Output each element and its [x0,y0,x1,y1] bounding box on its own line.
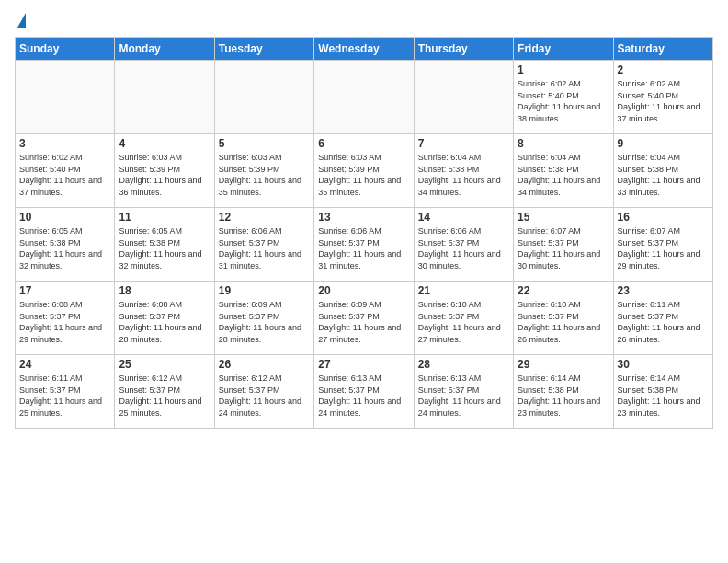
calendar-header-friday: Friday [514,38,613,61]
day-info: Sunrise: 6:03 AM Sunset: 5:39 PM Dayligh… [318,152,409,198]
calendar-day-27: 27Sunrise: 6:13 AM Sunset: 5:37 PM Dayli… [314,355,414,429]
calendar-day-11: 11Sunrise: 6:05 AM Sunset: 5:38 PM Dayli… [115,208,214,282]
day-number: 14 [418,211,509,224]
calendar-week-row: 3Sunrise: 6:02 AM Sunset: 5:40 PM Daylig… [16,134,713,208]
calendar-week-row: 1Sunrise: 6:02 AM Sunset: 5:40 PM Daylig… [16,61,713,134]
day-info: Sunrise: 6:10 AM Sunset: 5:37 PM Dayligh… [418,299,509,345]
day-number: 30 [618,358,709,371]
day-info: Sunrise: 6:04 AM Sunset: 5:38 PM Dayligh… [618,152,709,198]
day-number: 25 [119,358,210,371]
day-info: Sunrise: 6:06 AM Sunset: 5:37 PM Dayligh… [418,225,509,271]
calendar-day-13: 13Sunrise: 6:06 AM Sunset: 5:37 PM Dayli… [314,208,414,282]
calendar-day-19: 19Sunrise: 6:09 AM Sunset: 5:37 PM Dayli… [214,282,313,355]
day-info: Sunrise: 6:07 AM Sunset: 5:37 PM Dayligh… [618,225,709,271]
calendar-day-23: 23Sunrise: 6:11 AM Sunset: 5:37 PM Dayli… [613,282,712,355]
calendar-header-sunday: Sunday [16,38,115,61]
day-number: 19 [219,284,310,297]
day-number: 7 [418,137,509,150]
calendar-day-7: 7Sunrise: 6:04 AM Sunset: 5:38 PM Daylig… [414,134,513,208]
day-info: Sunrise: 6:06 AM Sunset: 5:37 PM Dayligh… [219,225,310,271]
day-number: 4 [119,137,210,150]
day-number: 26 [219,358,310,371]
calendar-header-tuesday: Tuesday [214,38,313,61]
calendar-day-8: 8Sunrise: 6:04 AM Sunset: 5:38 PM Daylig… [514,134,613,208]
day-info: Sunrise: 6:09 AM Sunset: 5:37 PM Dayligh… [318,299,409,345]
calendar-day-10: 10Sunrise: 6:05 AM Sunset: 5:38 PM Dayli… [16,208,115,282]
day-info: Sunrise: 6:11 AM Sunset: 5:37 PM Dayligh… [19,373,110,419]
day-number: 9 [618,137,709,150]
day-number: 23 [618,284,709,297]
calendar-day-18: 18Sunrise: 6:08 AM Sunset: 5:37 PM Dayli… [115,282,214,355]
day-number: 6 [318,137,409,150]
day-number: 27 [318,358,409,371]
day-number: 22 [518,284,609,297]
day-number: 16 [618,211,709,224]
day-number: 21 [418,284,509,297]
day-number: 10 [19,211,110,224]
day-number: 11 [119,211,210,224]
day-info: Sunrise: 6:08 AM Sunset: 5:37 PM Dayligh… [19,299,110,345]
calendar-day-28: 28Sunrise: 6:13 AM Sunset: 5:37 PM Dayli… [414,355,513,429]
calendar-day-16: 16Sunrise: 6:07 AM Sunset: 5:37 PM Dayli… [613,208,712,282]
day-info: Sunrise: 6:06 AM Sunset: 5:37 PM Dayligh… [318,225,409,271]
day-number: 20 [318,284,409,297]
day-number: 13 [318,211,409,224]
calendar-header-row: SundayMondayTuesdayWednesdayThursdayFrid… [16,38,713,61]
day-number: 24 [19,358,110,371]
calendar-day-24: 24Sunrise: 6:11 AM Sunset: 5:37 PM Dayli… [16,355,115,429]
day-number: 1 [518,63,609,76]
day-number: 17 [19,284,110,297]
day-info: Sunrise: 6:14 AM Sunset: 5:38 PM Dayligh… [618,373,709,419]
day-info: Sunrise: 6:11 AM Sunset: 5:37 PM Dayligh… [618,299,709,345]
calendar-day-21: 21Sunrise: 6:10 AM Sunset: 5:37 PM Dayli… [414,282,513,355]
day-info: Sunrise: 6:10 AM Sunset: 5:37 PM Dayligh… [518,299,609,345]
calendar-header-wednesday: Wednesday [314,38,414,61]
day-number: 8 [518,137,609,150]
day-info: Sunrise: 6:03 AM Sunset: 5:39 PM Dayligh… [119,152,210,198]
calendar-day-2: 2Sunrise: 6:02 AM Sunset: 5:40 PM Daylig… [613,61,712,134]
calendar-day-17: 17Sunrise: 6:08 AM Sunset: 5:37 PM Dayli… [16,282,115,355]
day-info: Sunrise: 6:04 AM Sunset: 5:38 PM Dayligh… [518,152,609,198]
day-info: Sunrise: 6:09 AM Sunset: 5:37 PM Dayligh… [219,299,310,345]
day-info: Sunrise: 6:08 AM Sunset: 5:37 PM Dayligh… [119,299,210,345]
day-info: Sunrise: 6:12 AM Sunset: 5:37 PM Dayligh… [219,373,310,419]
day-info: Sunrise: 6:02 AM Sunset: 5:40 PM Dayligh… [19,152,110,198]
calendar-day-22: 22Sunrise: 6:10 AM Sunset: 5:37 PM Dayli… [514,282,613,355]
calendar-week-row: 17Sunrise: 6:08 AM Sunset: 5:37 PM Dayli… [16,282,713,355]
calendar-empty-cell [16,61,115,134]
day-number: 28 [418,358,509,371]
calendar-day-20: 20Sunrise: 6:09 AM Sunset: 5:37 PM Dayli… [314,282,414,355]
day-number: 18 [119,284,210,297]
calendar-day-4: 4Sunrise: 6:03 AM Sunset: 5:39 PM Daylig… [115,134,214,208]
calendar-day-26: 26Sunrise: 6:12 AM Sunset: 5:37 PM Dayli… [214,355,313,429]
day-info: Sunrise: 6:02 AM Sunset: 5:40 PM Dayligh… [618,78,709,124]
day-number: 12 [219,211,310,224]
calendar-header-monday: Monday [115,38,214,61]
calendar-day-15: 15Sunrise: 6:07 AM Sunset: 5:37 PM Dayli… [514,208,613,282]
day-number: 3 [19,137,110,150]
calendar-day-6: 6Sunrise: 6:03 AM Sunset: 5:39 PM Daylig… [314,134,414,208]
day-number: 15 [518,211,609,224]
day-info: Sunrise: 6:14 AM Sunset: 5:38 PM Dayligh… [518,373,609,419]
day-info: Sunrise: 6:12 AM Sunset: 5:37 PM Dayligh… [119,373,210,419]
calendar-empty-cell [414,61,513,134]
calendar-week-row: 24Sunrise: 6:11 AM Sunset: 5:37 PM Dayli… [16,355,713,429]
logo [15,15,26,29]
calendar-day-30: 30Sunrise: 6:14 AM Sunset: 5:38 PM Dayli… [613,355,712,429]
calendar-header-thursday: Thursday [414,38,513,61]
day-number: 5 [219,137,310,150]
day-number: 2 [618,63,709,76]
calendar-header-saturday: Saturday [613,38,712,61]
day-info: Sunrise: 6:03 AM Sunset: 5:39 PM Dayligh… [219,152,310,198]
day-info: Sunrise: 6:02 AM Sunset: 5:40 PM Dayligh… [518,78,609,124]
calendar-empty-cell [314,61,414,134]
calendar-week-row: 10Sunrise: 6:05 AM Sunset: 5:38 PM Dayli… [16,208,713,282]
logo-arrow-icon [17,13,26,28]
page-header [15,15,713,29]
day-info: Sunrise: 6:13 AM Sunset: 5:37 PM Dayligh… [318,373,409,419]
day-number: 29 [518,358,609,371]
day-info: Sunrise: 6:13 AM Sunset: 5:37 PM Dayligh… [418,373,509,419]
calendar-day-14: 14Sunrise: 6:06 AM Sunset: 5:37 PM Dayli… [414,208,513,282]
calendar-day-12: 12Sunrise: 6:06 AM Sunset: 5:37 PM Dayli… [214,208,313,282]
day-info: Sunrise: 6:07 AM Sunset: 5:37 PM Dayligh… [518,225,609,271]
